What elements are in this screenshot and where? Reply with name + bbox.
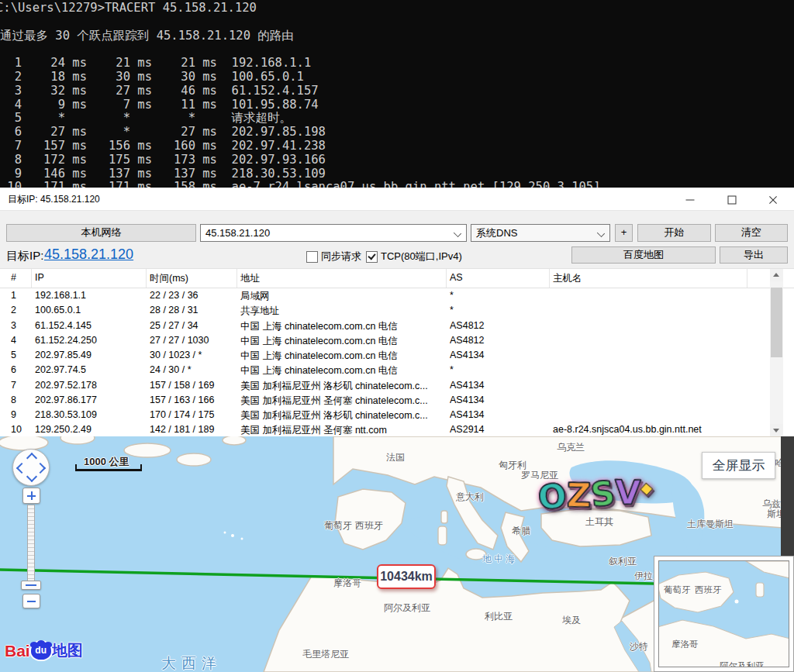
- table-cell: 25 / 27 / 34: [150, 320, 238, 331]
- header-address[interactable]: 地址: [240, 272, 260, 285]
- header-as[interactable]: AS: [450, 272, 463, 283]
- hops-table: # IP 时间(ms) 地址 AS 主机名 1192.168.1.122 / 2…: [0, 269, 794, 436]
- table-cell: AS4812: [450, 335, 551, 346]
- zoom-in-button[interactable]: [22, 488, 40, 504]
- baidu-map-canvas[interactable]: 法国乌克兰匈牙利罗马尼亚意大利希腊土耳其葡萄牙西班牙哈乌兹别斯坦土库曼斯坦地中海…: [0, 436, 794, 672]
- checkbox-unchecked-icon: [306, 251, 318, 263]
- fullscreen-button[interactable]: 全屏显示: [702, 452, 775, 479]
- table-cell: *: [450, 364, 551, 375]
- table-cell: 3: [11, 320, 33, 331]
- inset-map-svg: [659, 561, 789, 667]
- table-cell: 中国 上海 chinatelecom.com.cn 电信: [240, 350, 447, 363]
- baidu-map-button[interactable]: 百度地图: [571, 246, 716, 264]
- table-cell: 202.97.74.5: [35, 364, 147, 375]
- header-num[interactable]: #: [11, 272, 16, 283]
- map-label: 土库曼斯坦: [687, 518, 734, 531]
- terminal-output: C:\Users\12279>TRACERT 45.158.21.120 通过最…: [0, 0, 794, 188]
- table-cell: 22 / 23 / 36: [150, 290, 238, 301]
- table-row[interactable]: 2100.65.0.128 / 28 / 31共享地址*: [0, 303, 794, 318]
- zoom-out-button[interactable]: [22, 594, 40, 608]
- tcp-port-label: TCP(80端口,IPv4): [381, 250, 462, 264]
- maximize-button[interactable]: [714, 189, 750, 210]
- map-label: 乌克兰: [557, 441, 585, 454]
- clear-button[interactable]: 清空: [715, 224, 788, 242]
- table-cell: 157 / 163 / 166: [150, 395, 238, 405]
- table-cell: 6: [11, 364, 33, 375]
- add-button[interactable]: +: [615, 224, 633, 242]
- table-cell: 61.152.24.250: [35, 335, 147, 346]
- table-row[interactable]: 9218.30.53.109170 / 174 / 175美国 加利福尼亚州 洛…: [0, 408, 794, 422]
- chevron-down-icon: [597, 229, 605, 237]
- pan-up-icon[interactable]: [26, 453, 37, 464]
- sticker-letter: V: [614, 474, 640, 511]
- table-cell: 7: [11, 380, 33, 391]
- overview-inset-map[interactable]: 葡萄牙西班牙摩洛哥阿尔及利亚: [654, 556, 794, 672]
- zoom-slider-track[interactable]: [27, 505, 35, 584]
- table-cell: AS4134: [450, 395, 551, 405]
- table-row[interactable]: 5202.97.85.4930 / 1023 / *中国 上海 chinatel…: [0, 348, 794, 363]
- pan-right-icon[interactable]: [35, 463, 46, 474]
- app-titlebar: 目标IP: 45.158.21.120: [0, 189, 794, 211]
- table-cell: 美国 加利福尼亚州 圣何塞 chinatelecom.c...: [240, 395, 447, 408]
- dns-value: 系统DNS: [476, 227, 517, 239]
- table-cell: 中国 上海 chinatelecom.com.cn 电信: [240, 364, 447, 377]
- table-row[interactable]: 1192.168.1.122 / 23 / 36局域网*: [0, 288, 794, 303]
- table-cell: 中国 上海 chinatelecom.com.cn 电信: [240, 320, 447, 333]
- ozsv-sticker: OZSV: [537, 474, 641, 515]
- sticker-letter: O: [536, 477, 568, 515]
- table-cell: 中国 上海 chinatelecom.com.cn 电信: [240, 335, 447, 348]
- tcp-port-checkbox[interactable]: TCP(80端口,IPv4): [366, 250, 462, 264]
- map-right-gutter: [781, 436, 794, 556]
- map-label: 葡萄牙: [664, 584, 691, 596]
- table-cell: *: [450, 305, 551, 315]
- table-cell: 美国 加利福尼亚州 洛杉矶 chinatelecom.c...: [240, 380, 447, 393]
- minimize-button[interactable]: [672, 189, 708, 210]
- table-row[interactable]: 361.152.4.14525 / 27 / 34中国 上海 chinatele…: [0, 319, 794, 333]
- header-hostname[interactable]: 主机名: [553, 272, 582, 285]
- pan-down-icon[interactable]: [26, 471, 37, 482]
- table-cell: AS2914: [450, 424, 551, 435]
- table-cell: 局域网: [240, 290, 447, 303]
- map-pan-control[interactable]: [12, 449, 50, 486]
- scrollbar-thumb[interactable]: [771, 288, 782, 357]
- map-label: 葡萄牙: [324, 519, 352, 532]
- pan-left-icon[interactable]: [16, 463, 27, 474]
- target-ip-link[interactable]: 45.158.21.120: [44, 244, 133, 264]
- sticker-letter: Z: [566, 477, 591, 513]
- target-ip-combobox[interactable]: 45.158.21.120: [200, 224, 467, 242]
- maximize-icon: [728, 195, 737, 204]
- table-cell: 美国 加利福尼亚州 圣何塞 ntt.com: [240, 424, 447, 436]
- scroll-up-button[interactable]: [770, 269, 783, 281]
- table-row[interactable]: 7202.97.52.178157 / 158 / 169美国 加利福尼亚州 洛…: [0, 378, 794, 393]
- table-cell: 202.97.85.49: [35, 350, 147, 360]
- close-button[interactable]: [755, 189, 791, 210]
- sync-request-checkbox[interactable]: 同步请求: [306, 250, 361, 264]
- map-label: 希腊: [512, 525, 530, 538]
- zoom-slider-thumb[interactable]: [21, 581, 41, 590]
- map-label: 沙特: [630, 640, 648, 653]
- table-cell: 10: [11, 424, 33, 435]
- table-cell: 142 / 181 / 189: [150, 424, 238, 435]
- table-row[interactable]: 6202.97.74.524 / 30 / *中国 上海 chinateleco…: [0, 363, 794, 377]
- window-title: 目标IP: 45.158.21.120: [8, 189, 100, 210]
- table-scrollbar[interactable]: [770, 269, 783, 436]
- target-ip-label: 目标IP:: [6, 246, 43, 265]
- map-label: 西班牙: [695, 584, 722, 596]
- local-network-button[interactable]: 本机网络: [6, 224, 196, 242]
- dns-combobox[interactable]: 系统DNS: [471, 224, 610, 242]
- table-row[interactable]: 461.152.24.25027 / 27 / 1030中国 上海 chinat…: [0, 333, 794, 348]
- scale-bar: [75, 469, 142, 471]
- sync-request-label: 同步请求: [321, 250, 361, 264]
- header-ip[interactable]: IP: [35, 272, 44, 283]
- baidu-logo-bai: Bai: [5, 642, 30, 660]
- scroll-down-button[interactable]: [770, 424, 783, 436]
- table-row[interactable]: 8202.97.86.177157 / 163 / 166美国 加利福尼亚州 圣…: [0, 393, 794, 408]
- header-time[interactable]: 时间(ms): [150, 272, 188, 285]
- export-button[interactable]: 导出: [720, 246, 788, 264]
- start-button[interactable]: 开始: [637, 224, 711, 242]
- table-cell: AS4134: [450, 350, 551, 360]
- table-cell: 218.30.53.109: [35, 409, 147, 420]
- map-label: 大西洋: [161, 653, 222, 672]
- table-cell: 202.97.52.178: [35, 380, 147, 391]
- table-row[interactable]: 10129.250.2.49142 / 181 / 189美国 加利福尼亚州 圣…: [0, 422, 794, 436]
